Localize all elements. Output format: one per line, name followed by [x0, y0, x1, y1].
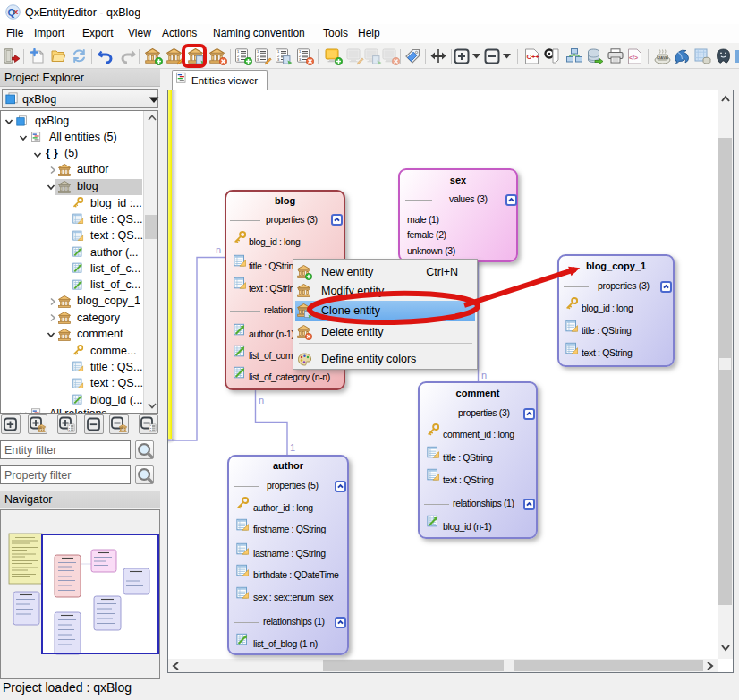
svg-text:</>: </>	[629, 55, 638, 61]
svg-text:C++: C++	[527, 53, 540, 61]
svg-text:x: x	[14, 7, 19, 16]
svg-text:JAVA: JAVA	[658, 55, 669, 60]
